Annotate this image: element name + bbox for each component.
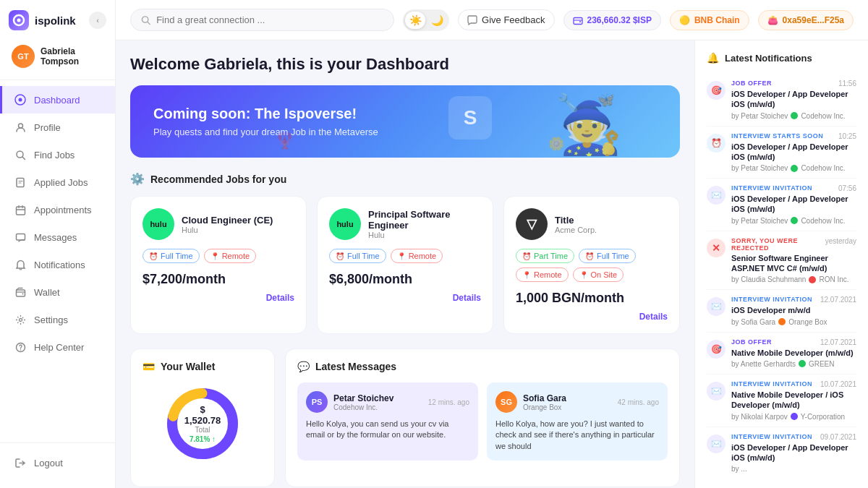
sidebar-item-find-jobs[interactable]: Find Jobs: [0, 141, 115, 168]
sidebar-item-applied-jobs[interactable]: Applied Jobs: [0, 168, 115, 196]
sidebar-item-label: Profile: [34, 122, 61, 133]
job-tag: 📍 Remote: [391, 249, 443, 263]
sidebar-item-label: Help Center: [34, 342, 84, 353]
notification-item: ✉️ INTERVIEW INVITATION 07:56 iOS Develo…: [707, 179, 856, 231]
sidebar-item-label: Appointments: [34, 205, 92, 215]
job-company: Hulu: [368, 231, 481, 239]
sidebar-item-appointments[interactable]: Appointments: [0, 196, 115, 223]
sidebar-item-dashboard[interactable]: Dashboard: [0, 86, 115, 114]
notif-time: 10:25: [838, 132, 856, 140]
wallet-percent: 7.81% ↑: [183, 435, 223, 443]
job-card: ▽ Title Acme Corp. ⏰ Part Time ⏰ Fu: [503, 196, 680, 334]
dashboard-icon: [14, 93, 27, 106]
sidebar-item-notifications[interactable]: Notifications: [0, 251, 115, 278]
sidebar-collapse-button[interactable]: ‹: [89, 12, 106, 29]
chain-info[interactable]: 🟡 BNB Chain: [670, 10, 749, 30]
location-icon: 📍: [579, 271, 588, 279]
sidebar: ispolink ‹ GT Gabriela Tompson Dashboard: [0, 0, 116, 488]
notif-time: 07:56: [838, 184, 856, 192]
wallet-address[interactable]: 👛 0xa59eE...F25a: [758, 10, 854, 30]
donut-chart: $ 1,520.78 Total 7.81% ↑: [163, 384, 242, 463]
company-logo: hulu: [142, 208, 174, 240]
message-header: PS Petar Stoichev Codehow Inc. 12 mins. …: [306, 391, 469, 413]
sidebar-navigation: Dashboard Profile Find Jobs Applied Jobs: [0, 80, 115, 442]
jobs-grid: hulu Cloud Engineer (CE) Hulu ⏰ Full Tim…: [130, 196, 680, 334]
sidebar-bottom: Logout: [0, 442, 115, 488]
find-jobs-icon: [14, 148, 27, 161]
promo-banner: Coming soon: The Ispoverse! Play quests …: [130, 85, 680, 158]
messages-grid: PS Petar Stoichev Codehow Inc. 12 mins. …: [297, 382, 668, 461]
message-sender: Petar Stoichev: [333, 393, 393, 403]
applied-jobs-icon: [14, 176, 27, 189]
search-input[interactable]: [156, 14, 383, 25]
sidebar-item-label: Messages: [34, 232, 77, 243]
message-item: PS Petar Stoichev Codehow Inc. 12 mins. …: [297, 382, 478, 461]
sidebar-item-profile[interactable]: Profile: [0, 114, 115, 141]
sidebar-item-label: Applied Jobs: [34, 177, 88, 188]
theme-dark-button[interactable]: 🌙: [427, 12, 447, 29]
job-details-link[interactable]: Details: [329, 293, 481, 303]
job-tag: ⏰ Full Time: [142, 249, 200, 263]
job-details-link[interactable]: Details: [142, 293, 294, 303]
svg-point-1: [17, 19, 21, 22]
job-company: Hulu: [182, 226, 273, 234]
wallet-icon: [14, 286, 27, 299]
message-header: SG Sofia Gara Orange Box 42 mins. ago: [495, 391, 659, 413]
feedback-button[interactable]: Give Feedback: [458, 9, 554, 30]
job-title: Title: [555, 215, 597, 226]
app-name: ispolink: [35, 14, 76, 27]
theme-toggle[interactable]: ☀️ 🌙: [403, 9, 449, 31]
clock-icon: ⏰: [336, 252, 344, 260]
search-bar[interactable]: [130, 9, 394, 31]
bell-icon: 🔔: [707, 52, 719, 64]
job-details-link[interactable]: Details: [516, 312, 668, 322]
job-salary: $6,800/month: [329, 272, 481, 287]
search-icon: [141, 15, 150, 25]
notif-title: Native Mobile Developer / iOS Developer …: [731, 390, 856, 411]
sidebar-item-logout[interactable]: Logout: [0, 449, 115, 476]
notif-type: INTERVIEW INVITATION: [731, 296, 812, 303]
notifications-icon: [14, 258, 27, 271]
notif-by: by Sofia Gara Orange Box: [731, 318, 856, 326]
notif-type: INTERVIEW STARTS SOON: [731, 132, 823, 140]
notif-time: 10.07.2021: [820, 380, 856, 388]
wallet-balance[interactable]: 236,660.32 $ISP: [563, 10, 661, 30]
notif-icon: ✕: [707, 239, 726, 257]
message-sender: Sofia Gara: [523, 393, 566, 403]
job-card-header: hulu Cloud Engineer (CE) Hulu: [142, 208, 294, 240]
app-logo: [9, 10, 29, 30]
svg-point-10: [22, 293, 23, 294]
notif-title: iOS Developer / App Developer iOS (m/w/d…: [731, 89, 856, 110]
job-tags: ⏰ Full Time 📍 Remote: [329, 249, 481, 263]
message-company: Codehow Inc.: [333, 403, 393, 411]
notif-type: JOB OFFER: [731, 338, 772, 346]
wallet-total-label: Total: [183, 426, 223, 434]
main-content: Welcome Gabriela, this is your Dashboard…: [116, 40, 694, 488]
notif-title: iOS Developer / App Developer iOS (m/w/d…: [731, 194, 856, 215]
messages-icon: [14, 231, 27, 244]
job-title: Cloud Engineer (CE): [182, 215, 273, 226]
message-time: 12 mins. ago: [428, 398, 469, 406]
notif-icon: ✉️: [707, 382, 726, 401]
notification-item: 🎯 JOB OFFER 11:56 iOS Developer / App De…: [707, 74, 856, 127]
messages-section-icon: 💬: [297, 361, 310, 372]
notif-title: iOS Developer / App Developer iOS (m/w/d…: [731, 442, 856, 463]
theme-light-button[interactable]: ☀️: [405, 12, 425, 29]
svg-point-16: [579, 21, 581, 22]
sidebar-item-settings[interactable]: Settings: [0, 306, 115, 333]
wallet-chart: $ 1,520.78 Total 7.81% ↑: [142, 384, 263, 463]
page-title: Welcome Gabriela, this is your Dashboard: [130, 55, 680, 74]
sidebar-item-messages[interactable]: Messages: [0, 223, 115, 251]
sidebar-item-wallet[interactable]: Wallet: [0, 278, 115, 306]
clock-icon: ⏰: [585, 252, 594, 260]
notifications-title-text: Latest Notifications: [725, 53, 812, 64]
message-item: SG Sofia Gara Orange Box 42 mins. ago He…: [487, 382, 668, 461]
notif-icon: ⏰: [707, 134, 726, 153]
notif-by: by Petar Stoichev Codehow Inc.: [731, 112, 856, 120]
svg-rect-9: [16, 290, 25, 296]
sidebar-item-help[interactable]: Help Center: [0, 333, 115, 361]
notif-icon: 🎯: [707, 81, 726, 100]
job-salary: $7,200/month: [142, 272, 294, 287]
job-company: Acme Corp.: [555, 226, 597, 234]
notif-time: 12.07.2021: [820, 296, 856, 304]
